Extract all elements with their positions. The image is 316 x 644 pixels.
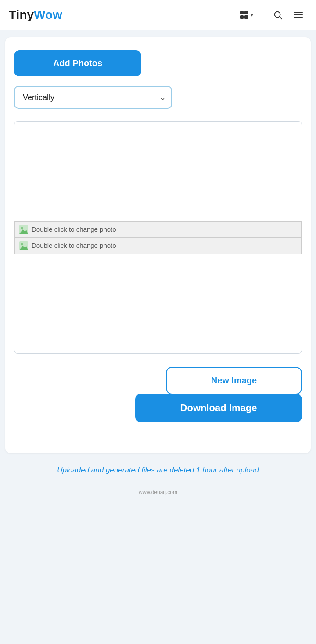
svg-rect-2	[240, 15, 244, 19]
hamburger-icon	[293, 10, 304, 20]
search-icon	[273, 10, 283, 20]
main-content: Add Photos Vertically Horizontally ⌄ Dou…	[5, 37, 311, 453]
svg-rect-0	[240, 11, 244, 14]
image-preview-area: Double click to change photo Double clic…	[14, 121, 302, 354]
svg-point-13	[21, 243, 23, 245]
photo-placeholder-2-label: Double click to change photo	[32, 242, 116, 249]
photo-placeholder-1[interactable]: Double click to change photo	[14, 221, 302, 238]
grid-chevron-icon: ▾	[251, 12, 253, 18]
grid-icon-wrapper: ▾	[239, 10, 253, 20]
grid-icon	[239, 10, 249, 20]
action-buttons-row: New Image Download Image	[14, 367, 302, 422]
logo-tiny: Tiny	[9, 8, 34, 21]
logo-wow: Wow	[34, 8, 62, 21]
new-image-button[interactable]: New Image	[166, 367, 302, 394]
photo-placeholder-2[interactable]: Double click to change photo	[14, 238, 302, 254]
add-photos-button[interactable]: Add Photos	[14, 50, 141, 76]
header-divider	[263, 10, 263, 20]
site-header: TinyWow ▾	[0, 0, 316, 30]
site-logo[interactable]: TinyWow	[9, 8, 62, 22]
photo-placeholder-1-label: Double click to change photo	[32, 225, 116, 233]
orientation-dropdown-wrapper: Vertically Horizontally ⌄	[14, 86, 172, 109]
svg-rect-3	[244, 15, 248, 19]
grid-menu-button[interactable]: ▾	[236, 7, 257, 23]
download-image-button[interactable]: Download Image	[135, 394, 302, 422]
svg-point-10	[21, 227, 23, 229]
preview-bottom-space	[14, 254, 302, 354]
svg-line-5	[280, 17, 282, 19]
footer-notice: Uploaded and generated files are deleted…	[0, 460, 316, 489]
photo-icon-2	[19, 241, 28, 250]
photo-icon-1	[19, 225, 28, 234]
red-arrow-icon	[314, 408, 316, 434]
download-btn-wrapper: Download Image	[135, 394, 302, 422]
hamburger-menu-button[interactable]	[290, 6, 307, 24]
search-button[interactable]	[269, 7, 286, 23]
header-right-actions: ▾	[236, 6, 307, 24]
watermark: www.deuaq.com	[0, 489, 316, 500]
svg-rect-1	[244, 11, 248, 14]
orientation-dropdown[interactable]: Vertically Horizontally	[14, 86, 172, 109]
preview-top-space	[14, 122, 302, 221]
